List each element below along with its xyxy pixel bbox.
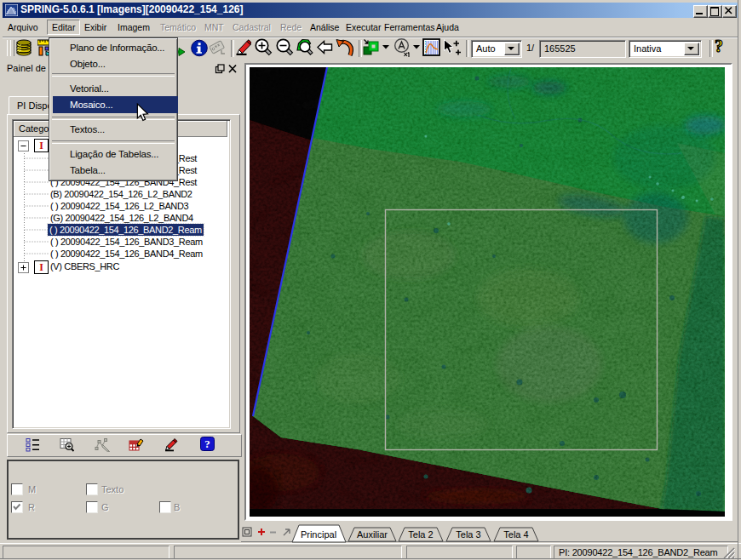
svg-text:Tela 4: Tela 4 — [503, 529, 528, 540]
svg-text:Principal: Principal — [301, 529, 336, 540]
svg-text:?: ? — [204, 437, 210, 450]
svg-text:Tela 3: Tela 3 — [456, 529, 480, 540]
svg-text:Tela 2: Tela 2 — [408, 529, 433, 540]
svg-text:Auxiliar: Auxiliar — [357, 529, 388, 540]
